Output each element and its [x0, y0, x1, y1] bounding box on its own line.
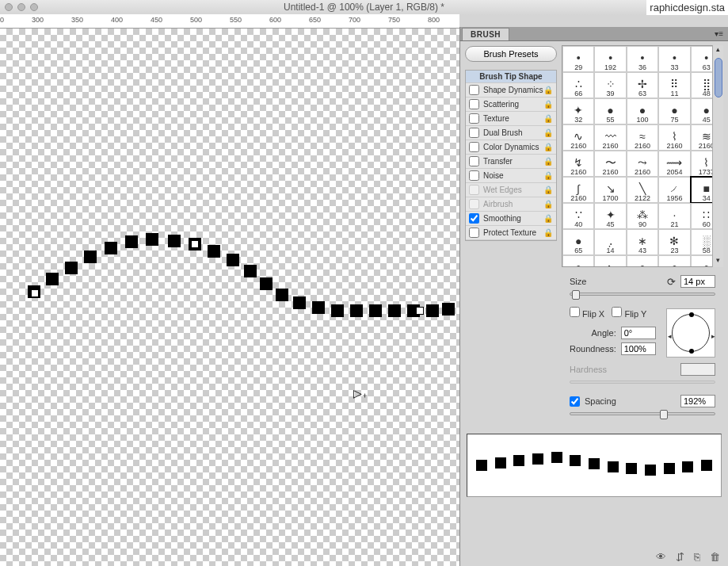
brush-swatch[interactable]: ⠿11 — [658, 72, 690, 98]
option-checkbox[interactable] — [469, 170, 479, 181]
angle-input[interactable] — [621, 327, 656, 339]
swap-icon[interactable]: ⇵ — [676, 551, 684, 563]
flip-x-checkbox[interactable] — [570, 307, 580, 317]
lock-icon[interactable]: 🔒 — [543, 200, 553, 208]
lock-icon[interactable]: 🔒 — [543, 157, 553, 166]
brush-swatch[interactable]: •33 — [658, 46, 690, 72]
brush-swatch[interactable]: ∵40 — [562, 203, 594, 229]
brush-swatch[interactable]: ∫2160 — [562, 177, 594, 203]
spacing-checkbox[interactable] — [570, 396, 580, 407]
scroll-down-icon[interactable]: ▾ — [714, 256, 723, 267]
toggle-preview-icon[interactable]: 👁 — [656, 551, 666, 563]
brush-swatch[interactable]: ⤳2160 — [627, 151, 658, 177]
flip-y-checkbox[interactable] — [612, 307, 622, 317]
lock-icon[interactable]: 🔒 — [543, 114, 553, 123]
brush-swatch[interactable]: •192 — [594, 46, 626, 72]
option-checkbox[interactable] — [469, 85, 479, 95]
brush-swatch[interactable]: ∗43 — [627, 229, 658, 255]
brush-option-wet-edges[interactable]: Wet Edges🔒 — [466, 183, 556, 197]
brush-swatch[interactable]: ⟿2054 — [658, 151, 690, 177]
minimize-icon[interactable] — [17, 3, 25, 11]
brush-swatch[interactable]: ⁂90 — [627, 203, 658, 229]
trash-icon[interactable]: 🗑 — [710, 551, 720, 563]
option-checkbox[interactable] — [469, 156, 479, 166]
brush-swatch[interactable]: ●65 — [562, 229, 594, 255]
brush-option-dual-brush[interactable]: Dual Brush🔒 — [466, 126, 556, 140]
panel-menu-icon[interactable]: ▾≡ — [715, 29, 723, 38]
brush-option-texture[interactable]: Texture🔒 — [466, 112, 556, 126]
brush-swatch[interactable]: ●25 — [658, 255, 690, 267]
brush-swatch[interactable]: ↯2160 — [562, 151, 594, 177]
brush-swatch[interactable]: ⁘39 — [594, 72, 626, 98]
path-anchor[interactable] — [31, 289, 39, 297]
lock-icon[interactable]: 🔒 — [543, 86, 553, 94]
close-icon[interactable] — [5, 3, 13, 11]
lock-icon[interactable]: 🔒 — [543, 128, 553, 137]
scroll-up-icon[interactable]: ▴ — [714, 45, 723, 56]
brush-swatch[interactable]: ●100 — [627, 98, 658, 124]
option-checkbox[interactable] — [469, 213, 479, 224]
brush-swatch[interactable]: •36 — [627, 46, 658, 72]
lock-icon[interactable]: 🔒 — [543, 143, 553, 151]
brush-option-airbrush[interactable]: Airbrush🔒 — [466, 197, 556, 212]
brush-swatch[interactable]: 〰2160 — [594, 124, 626, 151]
size-slider[interactable] — [570, 293, 715, 296]
brush-grid-scrollbar[interactable]: ▴ ▾ — [712, 45, 723, 267]
brush-swatch[interactable]: ●21 — [627, 255, 658, 267]
option-checkbox[interactable] — [469, 228, 479, 238]
brush-swatch[interactable]: ⠂59 — [594, 255, 626, 267]
brush-swatch[interactable]: ✦32 — [562, 98, 594, 124]
option-checkbox[interactable] — [469, 185, 479, 195]
lock-icon[interactable]: 🔒 — [543, 171, 553, 180]
brush-swatch[interactable]: ●75 — [658, 98, 690, 124]
spacing-input[interactable] — [680, 395, 715, 407]
lock-icon[interactable]: 🔒 — [543, 100, 553, 109]
brush-option-transfer[interactable]: Transfer🔒 — [466, 155, 556, 169]
brush-swatch[interactable]: •29 — [562, 46, 594, 72]
path-anchor[interactable] — [416, 307, 424, 315]
brush-grid[interactable]: •29•192•36•33•63∴66⁘39✢63⠿11⣿48✦32●55●10… — [562, 45, 723, 267]
brush-swatch[interactable]: ∿2160 — [562, 124, 594, 151]
brush-swatch[interactable]: ●55 — [594, 98, 626, 124]
lock-icon[interactable]: 🔒 — [543, 214, 553, 223]
option-checkbox[interactable] — [469, 113, 479, 124]
zoom-icon[interactable] — [30, 3, 38, 11]
angle-widget[interactable]: ◂ ▸ — [666, 308, 715, 358]
size-input[interactable] — [680, 275, 715, 288]
brush-swatch[interactable]: ⌇2160 — [658, 124, 690, 151]
brush-swatch[interactable]: ✻23 — [658, 229, 690, 255]
option-checkbox[interactable] — [469, 128, 479, 138]
brush-swatch[interactable]: ↘1700 — [594, 177, 626, 203]
reset-size-icon[interactable]: ⟳ — [667, 276, 676, 288]
brush-swatch[interactable]: 〜2160 — [594, 151, 626, 177]
brush-swatch[interactable]: ∴66 — [562, 72, 594, 98]
brush-option-scattering[interactable]: Scattering🔒 — [466, 98, 556, 112]
option-checkbox[interactable] — [469, 142, 479, 152]
document-canvas[interactable]: ▷₊ — [0, 29, 459, 566]
brush-swatch[interactable]: ╲2122 — [627, 177, 658, 203]
option-checkbox[interactable] — [469, 99, 479, 109]
roundness-input[interactable] — [621, 342, 656, 355]
brush-swatch[interactable]: ●75 — [562, 255, 594, 267]
spacing-slider[interactable] — [570, 412, 715, 415]
scrollbar-thumb[interactable] — [715, 58, 722, 98]
lock-icon[interactable]: 🔒 — [543, 185, 553, 194]
path-anchor[interactable] — [191, 240, 199, 248]
brush-swatch[interactable]: ⟋1956 — [658, 177, 690, 203]
brush-option-color-dynamics[interactable]: Color Dynamics🔒 — [466, 140, 556, 155]
brush-swatch[interactable]: ✢63 — [627, 72, 658, 98]
brush-swatch[interactable]: ✦45 — [594, 203, 626, 229]
brush-swatch[interactable]: .̣14 — [594, 229, 626, 255]
option-checkbox[interactable] — [469, 199, 479, 209]
brush-swatch[interactable]: ≈2160 — [627, 124, 658, 151]
brush-option-smoothing[interactable]: Smoothing🔒 — [466, 212, 556, 226]
brush-option-noise[interactable]: Noise🔒 — [466, 169, 556, 183]
tab-brush[interactable]: BRUSH — [462, 28, 509, 40]
brush-swatch[interactable]: ·21 — [658, 203, 690, 229]
brush-option-shape-dynamics[interactable]: Shape Dynamics🔒 — [466, 83, 556, 98]
brush-presets-button[interactable]: Brush Presets — [465, 46, 557, 62]
brush-option-protect-texture[interactable]: Protect Texture🔒 — [466, 226, 556, 240]
lock-icon[interactable]: 🔒 — [543, 228, 553, 237]
ruler-horizontal[interactable]: 0501001502002503003504004505005506006507… — [0, 14, 459, 29]
new-brush-icon[interactable]: ⎘ — [694, 551, 700, 563]
